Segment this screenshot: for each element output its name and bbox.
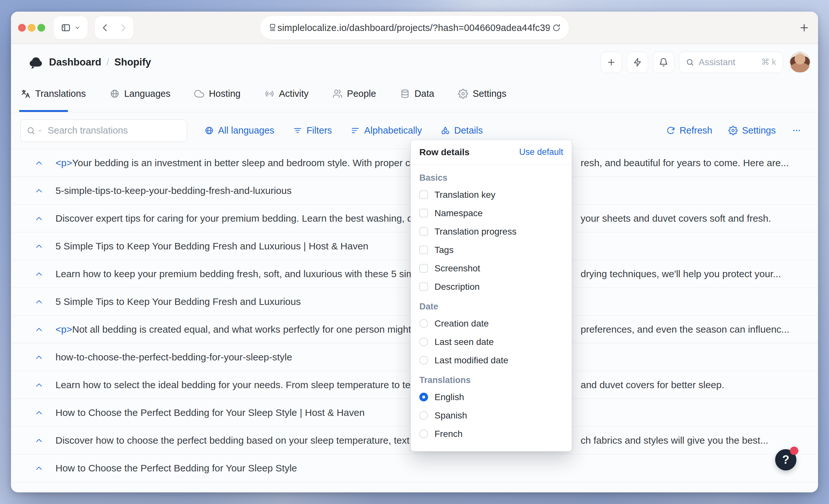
window-controls <box>18 24 45 32</box>
people-icon <box>332 89 343 99</box>
search-input[interactable]: Search translations <box>20 119 187 142</box>
simplelocalize-logo-icon[interactable] <box>28 55 43 70</box>
radio-item-last-modified-date[interactable]: Last modified date <box>419 351 563 369</box>
checkbox-item-translation-progress[interactable]: Translation progress <box>419 222 563 241</box>
back-button[interactable] <box>100 23 110 33</box>
chevron-up-icon[interactable] <box>34 408 44 417</box>
tab-label: Activity <box>279 88 309 99</box>
plus-icon <box>606 58 616 67</box>
item-label: Translation progress <box>434 226 516 237</box>
chevron-down-icon[interactable] <box>37 128 43 133</box>
chevron-up-icon[interactable] <box>34 214 44 223</box>
checkbox-item-description[interactable]: Description <box>419 278 563 296</box>
chevron-up-icon[interactable] <box>34 242 44 251</box>
chevron-up-icon[interactable] <box>34 353 44 362</box>
item-label: Creation date <box>434 319 489 329</box>
filters-link[interactable]: Filters <box>293 125 332 136</box>
alphabetically-link[interactable]: Alphabetically <box>351 125 422 136</box>
chevron-up-icon[interactable] <box>34 325 44 334</box>
zoom-window-button[interactable] <box>37 24 45 32</box>
close-window-button[interactable] <box>18 24 26 32</box>
page-settings-icon[interactable] <box>268 23 278 33</box>
chevron-up-icon[interactable] <box>34 297 44 306</box>
all-languages-link[interactable]: All languages <box>205 125 274 136</box>
checkbox-unchecked[interactable] <box>419 190 428 199</box>
radio-unchecked[interactable] <box>419 429 428 438</box>
row-text-continued: resh, and beautiful for years to come. H… <box>581 157 789 169</box>
table-row[interactable]: How to Choose the Perfect Bedding for Yo… <box>11 454 818 482</box>
radio-item-last-seen-date[interactable]: Last seen date <box>419 333 563 351</box>
radio-unchecked[interactable] <box>419 356 428 365</box>
radio-item-english[interactable]: English <box>419 388 563 406</box>
checkbox-unchecked[interactable] <box>419 282 428 291</box>
radio-unchecked[interactable] <box>419 411 428 420</box>
minimize-window-button[interactable] <box>28 24 35 32</box>
use-default-button[interactable]: Use default <box>519 147 563 157</box>
row-details-title: Row details <box>419 147 470 157</box>
breadcrumb-dashboard[interactable]: Dashboard <box>49 57 101 68</box>
settings-button[interactable]: Settings <box>728 125 776 136</box>
breadcrumb-project[interactable]: Shopify <box>114 57 151 68</box>
gear-icon <box>728 126 738 135</box>
tab-activity[interactable]: Activity <box>264 75 309 112</box>
project-tabs: TranslationsLanguagesHostingActivityPeop… <box>11 75 818 112</box>
new-tab-button[interactable] <box>799 22 809 33</box>
item-label: Description <box>434 282 480 292</box>
row-text: <p>Your bedding is an investment in bett… <box>56 157 416 169</box>
checkbox-unchecked[interactable] <box>419 209 428 217</box>
checkbox-item-translation-key[interactable]: Translation key <box>419 185 563 204</box>
tab-languages[interactable]: Languages <box>110 75 171 112</box>
more-button[interactable] <box>792 126 801 135</box>
checkbox-item-screenshot[interactable]: Screenshot <box>419 259 563 278</box>
row-text-continued: your sheets and duvet covers soft and fr… <box>581 213 771 224</box>
chevron-up-icon[interactable] <box>34 269 44 279</box>
radio-item-creation-date[interactable]: Creation date <box>419 314 563 333</box>
tab-people[interactable]: People <box>332 75 376 112</box>
assistant-search[interactable]: Assistant ⌘ k <box>679 51 783 73</box>
checkbox-item-tags[interactable]: Tags <box>419 241 563 259</box>
sidebar-toggle-button[interactable] <box>53 16 88 39</box>
radio-item-spanish[interactable]: Spanish <box>419 406 563 425</box>
refresh-button[interactable]: Refresh <box>666 125 713 136</box>
chevron-up-icon[interactable] <box>34 158 44 168</box>
address-bar[interactable]: simplelocalize.io/dashboard/projects/?ha… <box>260 16 569 40</box>
section-label-basics: Basics <box>419 173 563 183</box>
section-label-date: Date <box>419 302 563 312</box>
checkbox-unchecked[interactable] <box>419 264 428 273</box>
chevron-up-icon[interactable] <box>34 186 44 195</box>
checkbox-unchecked[interactable] <box>419 246 428 254</box>
chevron-up-icon[interactable] <box>34 436 44 445</box>
history-nav <box>95 16 134 39</box>
tab-settings[interactable]: Settings <box>458 75 506 112</box>
filter-links: All languagesFiltersAlphabeticallyDetail… <box>205 125 483 136</box>
forward-button[interactable] <box>118 23 128 33</box>
user-avatar[interactable] <box>790 52 810 73</box>
add-button[interactable] <box>601 51 622 73</box>
help-label: ? <box>782 453 789 467</box>
assistant-placeholder: Assistant <box>699 57 735 67</box>
chevron-up-icon[interactable] <box>34 464 44 473</box>
quick-actions-button[interactable] <box>627 51 648 73</box>
details-link[interactable]: Details <box>441 125 483 136</box>
radio-unchecked[interactable] <box>419 319 428 328</box>
radio-item-french[interactable]: French <box>419 425 563 443</box>
row-text: Learn how to select the ideal bedding fo… <box>56 380 410 390</box>
tab-hosting[interactable]: Hosting <box>194 75 240 112</box>
radio-checked[interactable] <box>419 393 428 401</box>
checkbox-item-namespace[interactable]: Namespace <box>419 204 563 222</box>
chevron-down-icon[interactable] <box>74 25 81 31</box>
assistant-shortcut: ⌘ k <box>761 57 776 67</box>
chevron-up-icon[interactable] <box>34 381 44 390</box>
item-label: Translation key <box>434 190 496 200</box>
radio-unchecked[interactable] <box>419 337 428 346</box>
help-button[interactable]: ? <box>775 449 796 470</box>
tab-data[interactable]: Data <box>400 75 434 112</box>
ellipsis-icon <box>792 126 801 135</box>
section-label-translations: Translations <box>419 375 563 385</box>
tab-translations[interactable]: Translations <box>21 75 86 112</box>
link-label: Settings <box>742 125 776 136</box>
translate-icon <box>21 89 31 99</box>
checkbox-unchecked[interactable] <box>419 227 428 236</box>
reload-icon[interactable] <box>551 23 561 33</box>
notifications-button[interactable] <box>653 51 674 73</box>
